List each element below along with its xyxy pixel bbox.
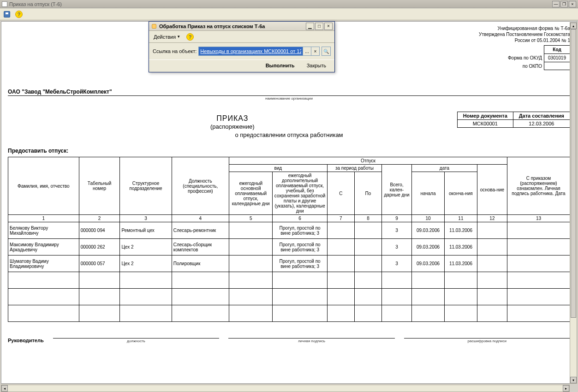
scroll-thumb[interactable]	[571, 29, 576, 318]
th-end: оконча-ния	[444, 172, 477, 215]
dialog-minimize-button[interactable]: ▁	[306, 23, 314, 30]
org-underline	[8, 95, 570, 96]
save-icon	[4, 11, 10, 18]
actions-menu-button[interactable]: Действия▼	[151, 33, 183, 41]
sig-c1: должность	[53, 339, 219, 343]
okpo-label: по ОКПО	[504, 62, 544, 70]
org-caption: наименование организации	[8, 96, 570, 101]
vertical-scrollbar[interactable]: ▴ ▾	[570, 22, 577, 384]
table-row	[8, 289, 570, 305]
table-row: Белякову Виктору Михайловичу000000 094Ре…	[8, 222, 570, 239]
processing-dialog: Обработка Приказ на отпуск списком Т-6а …	[149, 21, 335, 72]
th-dept: Структурное подразделение	[120, 157, 172, 215]
th-annual-add: ежегодный дополнительный оплачиваемый от…	[273, 172, 327, 215]
th-position: Должность (специальность, профессия)	[172, 157, 229, 215]
execute-button[interactable]: Выполнить	[261, 62, 299, 69]
minimize-button[interactable]: —	[552, 1, 560, 7]
dialog-title: Обработка Приказ на отпуск списком Т-6а	[159, 24, 306, 29]
th-kind: вид	[229, 165, 327, 172]
dialog-maximize-button[interactable]: □	[315, 23, 323, 30]
th-sign: С приказом (распоряжением) ознакомлен. Л…	[507, 157, 570, 215]
dialog-close-button[interactable]: ×	[324, 23, 333, 30]
app-icon	[2, 1, 7, 7]
main-titlebar: Приказ на отпуск (Т-6) — ❐ ×	[0, 0, 578, 8]
signature-line: Руководитель должность личная подпись ра…	[8, 332, 570, 343]
colnum-row: 12345678910111213	[8, 215, 570, 222]
dialog-help-button[interactable]: ?	[185, 32, 195, 42]
th-start: начала	[412, 172, 445, 215]
scroll-up-button[interactable]: ▴	[570, 23, 577, 29]
sig-c3: расшифровка подписи	[404, 339, 570, 343]
scroll-right-button[interactable]: ▸	[563, 385, 569, 392]
window-controls: — ❐ ×	[552, 1, 576, 7]
th-annual-main: ежегодный основной оплачиваемый отпуск, …	[229, 172, 273, 215]
th-total: Всего, кален-дарные дни	[381, 165, 411, 215]
code-table: Код Форма по ОКУД0301019 по ОКПО	[504, 45, 570, 70]
table-row	[8, 305, 570, 322]
docnum-v2: 12.03.2006	[513, 120, 570, 128]
th-tabnum: Табельный номер	[79, 157, 120, 215]
grant-text: Предоставить отпуск:	[8, 148, 570, 154]
docnum-h1: Номер документа	[457, 112, 513, 120]
okud-label: Форма по ОКУД	[504, 54, 544, 62]
horizontal-scrollbar[interactable]: ◂ ▸	[1, 385, 570, 392]
object-ref-input-wrap: ... ×	[198, 47, 320, 56]
org-name: ОАО "Завод "МебельСтройКомплект"	[8, 89, 570, 95]
docnum-v1: МСК00001	[457, 120, 513, 128]
signature-label: Руководитель	[8, 338, 44, 343]
maximize-button[interactable]: ❐	[560, 1, 568, 7]
scroll-down-button[interactable]: ▾	[570, 377, 577, 383]
th-from: С	[327, 172, 354, 215]
code-header: Код	[544, 46, 570, 54]
doc-subtitle2: о предоставлении отпуска работникам	[8, 131, 570, 139]
document-area: Унифицированная форма № Т-6а Утверждена …	[1, 21, 577, 384]
clear-button[interactable]: ×	[311, 47, 319, 55]
help-button[interactable]: ?	[14, 9, 24, 19]
help-icon: ?	[15, 11, 23, 18]
th-date: дата	[412, 165, 477, 172]
help-icon: ?	[186, 33, 194, 41]
okpo-value	[544, 62, 570, 70]
docnum-h2: Дата составления	[513, 112, 570, 120]
dialog-body: Ссылка на объект: ... × 🔍	[149, 43, 334, 59]
sig-c2: личная подпись	[228, 339, 394, 343]
dialog-icon	[151, 23, 157, 30]
close-button[interactable]: Закрыть	[302, 62, 331, 69]
save-button[interactable]	[2, 9, 12, 19]
search-button[interactable]: 🔍	[322, 47, 331, 56]
th-basis: основа-ние	[477, 165, 507, 215]
table-row: Шуматову Вадиму Владимировичу000000 057Ц…	[8, 255, 570, 272]
th-vacation: Отпуск	[229, 157, 507, 165]
main-toolbar: ?	[0, 8, 578, 20]
workspace: Унифицированная форма № Т-6а Утверждена …	[0, 21, 578, 392]
table-row: Максимову Владимиру Аркадьевичу000000 26…	[8, 239, 570, 255]
th-fio: Фамилия, имя, отчество	[8, 157, 79, 215]
table-row	[8, 272, 570, 289]
select-button[interactable]: ...	[303, 47, 311, 55]
dialog-toolbar: Действия▼ ?	[149, 31, 334, 43]
th-period: за период работы	[327, 165, 381, 172]
dialog-footer: Выполнить Закрыть	[149, 59, 334, 72]
window-title: Приказ на отпуск (Т-6)	[9, 1, 552, 7]
dialog-titlebar[interactable]: Обработка Приказ на отпуск списком Т-6а …	[149, 22, 334, 31]
close-button[interactable]: ×	[569, 1, 576, 7]
scroll-left-button[interactable]: ◂	[1, 385, 8, 392]
object-ref-input[interactable]	[199, 47, 303, 55]
doc-number-table: Номер документаДата составления МСК00001…	[457, 112, 570, 128]
chevron-down-icon: ▼	[177, 35, 180, 39]
main-table: Фамилия, имя, отчество Табельный номер С…	[8, 157, 570, 322]
okud-value: 0301019	[544, 54, 570, 62]
object-ref-label: Ссылка на объект:	[153, 48, 197, 54]
search-icon: 🔍	[323, 49, 329, 54]
th-to: По	[354, 172, 381, 215]
